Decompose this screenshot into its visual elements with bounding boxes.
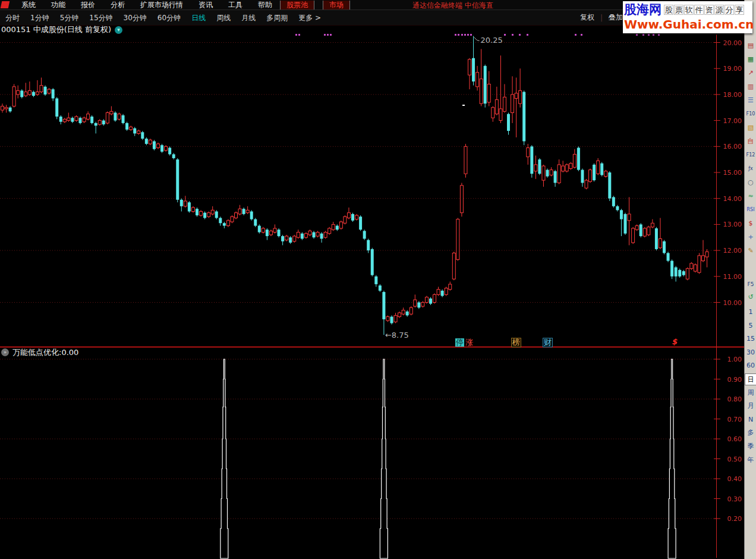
menu-item-扩展市场行情[interactable]: 扩展市场行情: [133, 0, 191, 10]
chart-title: 000151 中成股份(日线 前复权): [1, 24, 111, 35]
kline-icon[interactable]: ▥: [745, 81, 756, 93]
sidebar-period-周[interactable]: 周: [745, 387, 756, 399]
period-tab-多周期[interactable]: 多周期: [261, 11, 293, 25]
minute-list-icon[interactable]: ☰: [745, 95, 756, 106]
axis-label: 11.00: [718, 273, 742, 281]
refresh-icon[interactable]: ↺: [745, 291, 756, 303]
separator: |: [598, 14, 605, 22]
quick-link-limit-up-2[interactable]: 涨: [465, 338, 473, 347]
period-tab-分时[interactable]: 分时: [0, 11, 25, 25]
quote-report-icon[interactable]: ▤: [745, 40, 756, 52]
toolbar-button-复权[interactable]: 复权: [577, 12, 598, 23]
axis-label: 20.00: [718, 39, 742, 47]
period-tab-30分钟[interactable]: 30分钟: [118, 11, 152, 25]
axis-label: 0.70: [718, 416, 742, 423]
flow-icon[interactable]: ▧: [745, 122, 756, 134]
f5-refresh-label[interactable]: F5: [745, 278, 756, 290]
auto-select-icon[interactable]: 自: [745, 136, 756, 147]
candlestick-chart-canvas[interactable]: 20.25←8.75: [0, 0, 744, 559]
menu-item-market[interactable]: 市场: [323, 1, 350, 10]
watermark-url: Www.Guhai.com.cn: [624, 17, 751, 32]
watermark-slogan-char: 股: [664, 5, 673, 15]
rsi-icon[interactable]: RSI: [745, 204, 756, 216]
period-tab-5分钟[interactable]: 5分钟: [55, 11, 84, 25]
formula-icon[interactable]: ƒx: [745, 163, 756, 175]
period-tab-月线[interactable]: 月线: [236, 11, 261, 25]
quick-link-limit-up-1[interactable]: 停: [455, 338, 464, 347]
sidebar-period-1[interactable]: 1: [745, 306, 756, 318]
indicator-name: 万能低点优化: [12, 347, 59, 358]
watermark-slogan-char: 享: [735, 5, 744, 15]
sidebar-period-月[interactable]: 月: [745, 400, 756, 412]
money-icon[interactable]: $: [745, 218, 756, 230]
axis-label: 14.00: [718, 195, 742, 203]
menu-item-资讯[interactable]: 资讯: [191, 0, 220, 10]
axis-label: 19.00: [718, 65, 742, 73]
axis-label: 17.00: [718, 117, 742, 125]
indicator-value: 0.00: [61, 348, 78, 357]
sidebar-period-季[interactable]: 季: [745, 441, 756, 453]
axis-label: 18.00: [718, 91, 742, 99]
indicator-label-row[interactable]: » 万能低点优化 : 0.00: [1, 348, 78, 357]
axis-label: 16.00: [718, 143, 742, 150]
sidebar-period-日[interactable]: 日: [745, 373, 756, 385]
period-items: 分时1分钟5分钟15分钟30分钟60分钟日线周线月线多周期更多 >: [0, 11, 326, 25]
sidebar-period-5[interactable]: 5: [745, 320, 756, 332]
menu-item-分析[interactable]: 分析: [103, 0, 133, 10]
sidebar-period-N[interactable]: N: [745, 414, 756, 426]
sidebar-period-30[interactable]: 30: [745, 347, 756, 359]
axis-label: 0.50: [718, 456, 742, 463]
move-cross-icon[interactable]: +: [745, 231, 756, 243]
period-tab-1分钟[interactable]: 1分钟: [25, 11, 55, 25]
period-toolbar-right: 复权|叠加: [577, 10, 626, 25]
wave-icon[interactable]: ≈: [745, 190, 756, 202]
menu-item-功能[interactable]: 功能: [43, 0, 73, 10]
sidebar-period-15[interactable]: 15: [745, 333, 756, 345]
sidebar-period-多[interactable]: 多: [745, 427, 756, 439]
pencil-icon[interactable]: ✎: [745, 245, 756, 257]
axis-label: 12.00: [718, 247, 742, 255]
watermark: 股海网 股票软件资源分享 Www.Guhai.com.cn: [623, 1, 752, 33]
period-tab-更多 >[interactable]: 更多 >: [293, 11, 326, 25]
axis-label: 0.60: [718, 435, 742, 443]
menu-item-帮助[interactable]: 帮助: [250, 0, 280, 10]
quick-link-ranking[interactable]: 榜: [511, 338, 521, 347]
watermark-line1: 股海网 股票软件资源分享: [624, 2, 751, 17]
f12-icon[interactable]: F12: [745, 149, 756, 161]
menu-item-系统[interactable]: 系统: [14, 0, 43, 10]
grid-quote-icon[interactable]: ▦: [745, 54, 756, 65]
watermark-slogan-char: 票: [674, 5, 683, 15]
axis-label: 0.80: [718, 395, 742, 403]
svg-text:20.25: 20.25: [481, 36, 503, 45]
svg-text:←8.75: ←8.75: [385, 331, 409, 340]
menu-item-报价[interactable]: 报价: [73, 0, 103, 10]
period-tab-60分钟[interactable]: 60分钟: [152, 11, 186, 25]
watermark-slogan-char: 源: [714, 5, 724, 15]
menu-item-stock-pool[interactable]: 股票池: [280, 1, 314, 10]
period-tab-日线[interactable]: 日线: [186, 11, 211, 25]
watermark-site-name: 股海网: [624, 1, 662, 18]
menu-items: 系统功能报价分析扩展市场行情资讯工具帮助: [14, 0, 280, 10]
axis-label: 15.00: [718, 169, 742, 177]
chevron-down-icon[interactable]: ▾: [115, 26, 122, 34]
tdx-app-window: 20.25←8.75 系统功能报价分析扩展市场行情资讯工具帮助 股票池 市场 通…: [0, 0, 756, 559]
sidebar-period-60[interactable]: 60: [745, 360, 756, 372]
trend-line-icon[interactable]: ↗: [745, 67, 756, 79]
watermark-slogan: 股票软件资源分享: [663, 5, 744, 15]
f10-icon[interactable]: F10: [745, 108, 756, 120]
chart-title-bar: 000151 中成股份(日线 前复权) ▾: [1, 25, 122, 34]
indicator-collapse-icon[interactable]: »: [1, 348, 9, 356]
period-tab-周线[interactable]: 周线: [211, 11, 236, 25]
watermark-slogan-char: 软: [684, 5, 694, 15]
money-marker-icon[interactable]: $: [672, 338, 677, 346]
quick-link-finance[interactable]: 财: [543, 338, 553, 347]
period-tab-15分钟[interactable]: 15分钟: [84, 11, 118, 25]
right-toolbar: ⇩▤▦↗▥☰F10▧自F12ƒx○≈RSI$+✎F5↺15153060日周月N多…: [744, 0, 756, 559]
menu-item-工具[interactable]: 工具: [220, 0, 250, 10]
magnifier-icon[interactable]: ○: [745, 177, 756, 189]
sidebar-period-年[interactable]: 年: [745, 454, 756, 466]
watermark-slogan-char: 资: [704, 5, 714, 15]
app-logo-icon: [1, 1, 10, 8]
axis-label: 0.90: [718, 376, 742, 384]
axis-label: 10.00: [718, 299, 742, 307]
